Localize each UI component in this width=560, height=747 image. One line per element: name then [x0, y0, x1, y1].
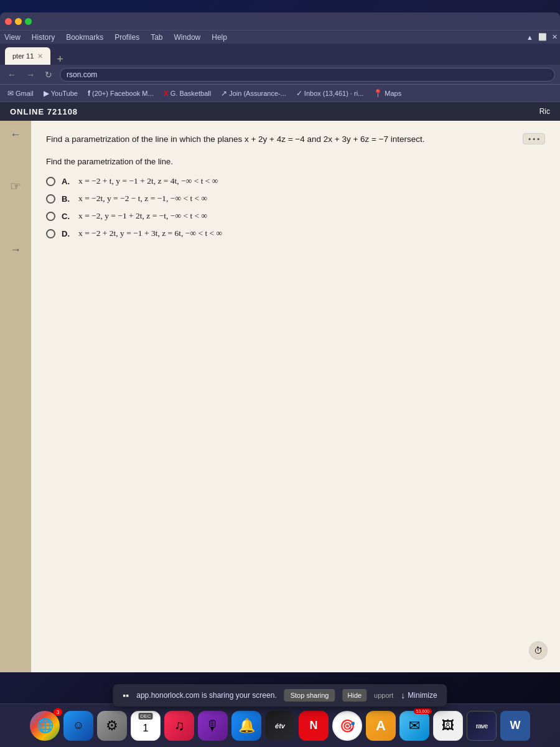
question-text: Find a parametrization of the line in wh… — [46, 133, 545, 146]
minimize-window-button[interactable] — [15, 18, 22, 25]
dock-tv[interactable]: étv — [265, 711, 295, 741]
youtube-icon: ▶ — [44, 89, 49, 98]
dock-rave[interactable]: rave — [467, 711, 497, 741]
menu-view[interactable]: View — [2, 33, 22, 42]
dec-label: DEC — [139, 713, 153, 720]
dock-netflix[interactable]: N — [299, 711, 329, 741]
bookmark-gmail[interactable]: ✉ Gmail — [5, 88, 36, 99]
back-button[interactable]: ← — [5, 68, 19, 81]
dock-notification[interactable]: 🔔 — [231, 711, 261, 741]
podcasts-icon: 🎙 — [206, 718, 220, 734]
address-input[interactable] — [60, 68, 555, 82]
dock-podcasts[interactable]: 🎙 — [198, 711, 228, 741]
radio-b[interactable] — [46, 194, 55, 204]
rave-icon: rave — [476, 722, 488, 730]
radio-d[interactable] — [46, 229, 55, 238]
bookmark-inbox[interactable]: ✓ Inbox (13,461) · ri... — [294, 88, 366, 99]
sidebar-forward-arrow[interactable]: → — [10, 243, 21, 256]
gmail-icon: ✉ — [7, 89, 14, 98]
main-content: • • • Find a parametrization of the line… — [31, 121, 560, 672]
tab-close-button[interactable]: ✕ — [37, 52, 43, 60]
radio-c[interactable] — [46, 212, 55, 221]
reload-button[interactable]: ↻ — [42, 68, 55, 81]
bookmark-maps[interactable]: 📍 Maps — [371, 88, 404, 99]
option-list: A. x = −2 + t, y = −1 + 2t, z = 4t, −∞ <… — [46, 176, 545, 238]
dock-target[interactable]: 🎯 — [332, 711, 362, 741]
menu-tab[interactable]: Tab — [149, 33, 164, 42]
minimize-label: Minimize — [408, 691, 437, 700]
bookmark-assurance-label: Join (Assurance-... — [229, 90, 286, 97]
forward-button[interactable]: → — [24, 68, 37, 81]
system-prefs-icon: ⚙ — [106, 718, 118, 734]
stop-sharing-button[interactable]: Stop sharing — [284, 689, 335, 702]
menu-history[interactable]: History — [30, 33, 57, 42]
menu-window[interactable]: Window — [172, 33, 203, 42]
bookmark-youtube-label: YouTube — [51, 90, 78, 97]
menu-right-icon: ▲ — [526, 34, 533, 41]
option-c[interactable]: C. x = −2, y = −1 + 2t, z = −t, −∞ < t <… — [46, 211, 545, 221]
dock-chrome[interactable]: 🌐 3 — [30, 711, 60, 741]
option-b-text: x = −2t, y = −2 − t, z = −1, −∞ < t < ∞ — [78, 194, 207, 204]
bookmark-gmail-label: Gmail — [16, 90, 34, 97]
hide-button[interactable]: Hide — [342, 689, 366, 702]
dock-calendar[interactable]: DEC 1 — [131, 711, 161, 741]
notification-icon: 🔔 — [238, 718, 255, 734]
bookmark-basketball[interactable]: X G. Basketball — [161, 88, 213, 99]
dock-fonts[interactable]: A — [366, 711, 396, 741]
fullscreen-window-button[interactable] — [25, 18, 32, 25]
tab-bar: pter 11 ✕ + — [0, 44, 560, 65]
find-parametrization-label: Find the parametrization of the line. — [46, 157, 545, 166]
bookmark-assurance[interactable]: ↗ Join (Assurance-... — [218, 88, 289, 99]
music-icon: ♫ — [174, 718, 185, 734]
screen-share-text: app.honorlock.com is sharing your screen… — [136, 691, 276, 700]
minimize-button[interactable]: ↓ Minimize — [401, 690, 437, 700]
radio-a[interactable] — [46, 177, 55, 186]
expand-button[interactable]: • • • — [523, 133, 545, 144]
dock-finder[interactable]: ☺ — [63, 711, 93, 741]
menu-bookmarks[interactable]: Bookmarks — [64, 33, 105, 42]
bookmark-maps-label: Maps — [385, 90, 401, 97]
dock-word[interactable]: W — [500, 711, 530, 741]
sidebar-hand-icon: ☞ — [10, 179, 21, 194]
browser-window: View History Bookmarks Profiles Tab Wind… — [0, 12, 560, 672]
dock-system-prefs[interactable]: ⚙ — [97, 711, 127, 741]
inbox-icon: ✓ — [296, 89, 302, 98]
bookmark-facebook-label: (20+) Facebook M... — [92, 90, 154, 97]
new-tab-button[interactable]: + — [53, 54, 67, 65]
menu-window-icon: ⬜ — [538, 33, 547, 41]
timer-button[interactable]: ⏱ — [529, 641, 548, 660]
mail-badge: 53,600 — [414, 708, 432, 714]
menu-close-icon: ✕ — [552, 33, 558, 41]
menu-profiles[interactable]: Profiles — [113, 33, 141, 42]
close-window-button[interactable] — [5, 18, 12, 25]
finder-icon: ☺ — [73, 719, 84, 732]
dock-mail[interactable]: ✉ 53,600 — [399, 711, 429, 741]
option-b[interactable]: B. x = −2t, y = −2 − t, z = −1, −∞ < t <… — [46, 194, 545, 204]
fonts-icon: A — [376, 718, 386, 734]
left-sidebar: ← ☞ → — [0, 121, 31, 672]
option-a[interactable]: A. x = −2 + t, y = −1 + 2t, z = 4t, −∞ <… — [46, 176, 545, 186]
option-d[interactable]: D. x = −2 + 2t, y = −1 + 3t, z = 6t, −∞ … — [46, 228, 545, 238]
option-b-label: B. — [62, 194, 70, 204]
target-icon: 🎯 — [340, 718, 355, 733]
dock-music[interactable]: ♫ — [164, 711, 194, 741]
option-c-label: C. — [62, 212, 70, 221]
bookmarks-bar: ✉ Gmail ▶ YouTube f (20+) Facebook M... … — [0, 85, 560, 102]
facebook-icon: f — [88, 89, 90, 98]
option-d-text: x = −2 + 2t, y = −1 + 3t, z = 6t, −∞ < t… — [78, 228, 222, 238]
online-banner: ONLINE 721108 Ric — [0, 102, 560, 121]
question-area: ← ☞ → • • • Find a parametrization of th… — [0, 121, 560, 672]
active-tab[interactable]: pter 11 ✕ — [5, 47, 50, 65]
browser-titlebar — [0, 12, 560, 30]
bookmark-facebook[interactable]: f (20+) Facebook M... — [85, 88, 156, 99]
screen-share-icon: ▪▪ — [123, 690, 129, 700]
assurance-icon: ↗ — [221, 89, 227, 98]
menu-help[interactable]: Help — [210, 33, 229, 42]
dock-photos[interactable]: 🖼 — [433, 711, 463, 741]
support-text: upport — [374, 692, 393, 699]
screen-share-bar: ▪▪ app.honorlock.com is sharing your scr… — [113, 684, 447, 707]
option-d-label: D. — [62, 229, 70, 238]
sidebar-back-arrow[interactable]: ← — [10, 128, 21, 141]
bookmark-youtube[interactable]: ▶ YouTube — [41, 88, 80, 99]
content-area: ONLINE 721108 Ric ← ☞ → • • • Find a par… — [0, 102, 560, 672]
